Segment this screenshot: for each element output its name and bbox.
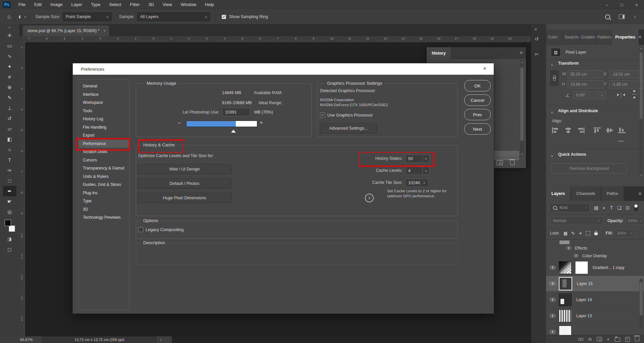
adjustment-filter-icon[interactable]: ◐ <box>603 205 605 210</box>
advanced-settings-button[interactable]: Advanced Settings... <box>320 123 377 133</box>
menu-layer[interactable]: Layer <box>67 0 87 9</box>
link-layers-icon[interactable] <box>578 338 583 341</box>
collapse-panels-icon[interactable]: « <box>535 27 537 31</box>
sample-dropdown[interactable]: All Layers ∨ <box>137 12 210 21</box>
height-field[interactable]: 19.86 cm <box>568 80 604 88</box>
cancel-button[interactable]: Cancel <box>464 94 491 106</box>
ok-button[interactable]: OK <box>464 80 491 91</box>
cache-tile-dropdown[interactable]: 1024K ∨ <box>405 179 429 187</box>
panel-menu-icon[interactable]: ≡ <box>520 50 523 55</box>
use-gpu-checkbox[interactable]: ✓ <box>320 113 325 118</box>
panel-menu-icon[interactable]: ≡ <box>639 34 641 40</box>
pref-category-technology-previews[interactable]: Technology Previews <box>79 213 129 222</box>
brush-tool[interactable]: ✎ <box>3 92 16 103</box>
workspace-switcher-icon[interactable] <box>619 14 625 19</box>
x-position-field[interactable]: -18.52 cm <box>609 70 644 78</box>
ram-slider-track[interactable] <box>186 121 257 127</box>
menu-file[interactable]: File <box>14 0 30 9</box>
scrollbar-thumb[interactable] <box>640 52 643 119</box>
lock-transparency-icon[interactable]: ▦ <box>564 231 568 236</box>
home-icon[interactable]: ⌂ <box>7 13 11 20</box>
eyedropper-tool[interactable]: ✒ <box>3 186 16 196</box>
next-button[interactable]: Next <box>464 123 491 135</box>
properties-scrollbar[interactable]: ∧ ∨ <box>639 46 643 178</box>
menu-window[interactable]: Window <box>176 0 201 9</box>
pref-category-scratch-disks[interactable]: Scratch Disks <box>79 148 129 156</box>
transform-section-title[interactable]: Transform <box>558 61 579 66</box>
pref-category-3d[interactable]: 3D <box>79 205 129 214</box>
expand-toolbar-icon[interactable]: » <box>8 24 10 30</box>
tab-gradients[interactable]: Gradients <box>579 29 595 45</box>
lock-artboard-icon[interactable] <box>586 231 590 235</box>
tab-paths[interactable]: Paths <box>601 186 624 201</box>
menu-3d[interactable]: 3D <box>144 0 158 9</box>
opacity-field[interactable]: 100% ∨ <box>626 217 644 225</box>
tab-layers[interactable]: Layers <box>546 186 570 201</box>
remove-background-button[interactable]: Remove Background <box>551 163 627 174</box>
decrease-ram-icon[interactable]: − <box>178 120 181 127</box>
delete-state-icon[interactable] <box>510 161 515 165</box>
visibility-eye-icon[interactable] <box>546 266 559 269</box>
document-tab[interactable]: dome.psd @ 66.7% (Layer 15, RGB/8) * × <box>23 25 109 36</box>
color-swatches[interactable] <box>4 220 15 232</box>
healing-brush-tool[interactable]: ⊕ <box>3 82 16 92</box>
pref-category-general[interactable]: General <box>79 82 129 90</box>
panel-menu-icon[interactable]: ≡ <box>639 191 641 196</box>
scrollbar-thumb[interactable] <box>520 67 524 141</box>
layer-row-gradient-1-copy[interactable]: Gradient... 1 copy <box>546 260 644 276</box>
tab-color[interactable]: Color <box>546 29 562 45</box>
lock-all-icon[interactable] <box>594 232 598 235</box>
shape-tool[interactable]: □ <box>3 176 16 186</box>
window-restore-icon[interactable]: □ <box>614 0 629 9</box>
menu-view[interactable]: View <box>158 0 176 9</box>
ram-slider-thumb[interactable] <box>231 127 236 133</box>
sample-size-dropdown[interactable]: Point Sample ∨ <box>63 12 112 21</box>
align-bottom-icon[interactable] <box>618 127 626 133</box>
visibility-eye-icon[interactable] <box>546 282 559 285</box>
pref-category-export[interactable]: Export <box>79 131 129 140</box>
default-photos-button[interactable]: Default / Photos <box>138 179 231 189</box>
fill-field[interactable]: 100% ∨ <box>615 229 634 237</box>
quick-actions-title[interactable]: Quick Actions <box>558 152 586 157</box>
pref-category-performance[interactable]: Performance <box>79 140 129 148</box>
new-layer-icon[interactable] <box>625 337 630 342</box>
dialog-close-icon[interactable]: × <box>481 66 488 72</box>
pref-category-history-log[interactable]: History Log <box>79 115 129 123</box>
share-icon[interactable]: ↑ <box>634 14 636 19</box>
scroll-down-icon[interactable]: ∨ <box>639 174 643 177</box>
tab-channels[interactable]: Channels <box>571 186 600 201</box>
chevron-down-icon[interactable]: ∨ <box>551 154 553 158</box>
align-section-title[interactable]: Align and Distribute <box>558 109 598 113</box>
history-states-chevron-icon[interactable]: ∨ <box>423 154 430 163</box>
shape-filter-icon[interactable]: ❏ <box>617 205 622 210</box>
dialog-title-bar[interactable]: Preferences <box>73 63 494 75</box>
pixel-filter-icon[interactable]: ▤ <box>594 205 598 210</box>
new-snapshot-icon[interactable] <box>496 160 503 165</box>
history-panel-icon[interactable]: ↺ <box>535 36 539 42</box>
close-document-icon[interactable]: × <box>103 28 106 33</box>
history-scrollbar[interactable]: ∧ ∨ <box>520 60 524 156</box>
prev-button[interactable]: Prev <box>464 109 491 120</box>
tool-preset-chevron-icon[interactable]: ∨ <box>24 15 26 18</box>
new-group-icon[interactable] <box>615 337 620 342</box>
width-field[interactable]: 35.29 cm <box>568 70 604 78</box>
eraser-tool[interactable]: ▱ <box>3 124 16 134</box>
layer-row-layer-13[interactable]: Layer 13 <box>546 308 644 324</box>
increase-ram-icon[interactable]: + <box>260 119 263 126</box>
crop-tool[interactable]: # <box>3 72 16 82</box>
lock-pixels-icon[interactable]: ✎ <box>571 231 575 236</box>
foreground-color-swatch[interactable] <box>5 220 11 226</box>
scissors-panel-icon[interactable]: ✂ <box>535 52 539 57</box>
show-sampling-ring-checkbox[interactable]: ✓ <box>221 14 226 19</box>
pref-category-workspace[interactable]: Workspace <box>79 98 129 107</box>
lock-position-icon[interactable]: ✛ <box>579 231 582 236</box>
align-top-icon[interactable] <box>593 127 601 133</box>
gradient-tool[interactable]: ◧ <box>3 134 16 144</box>
filter-toggle[interactable] <box>634 204 638 211</box>
menu-filter[interactable]: Filter <box>125 0 144 9</box>
huge-pixel-dimensions-button[interactable]: Huge Pixel Dimensions <box>138 193 231 203</box>
add-mask-icon[interactable] <box>597 337 602 341</box>
hand-tool[interactable]: ☛ <box>3 196 16 207</box>
window-minimize-icon[interactable]: – <box>600 0 614 9</box>
eyedropper-tool-icon[interactable]: ✒ <box>17 15 23 19</box>
